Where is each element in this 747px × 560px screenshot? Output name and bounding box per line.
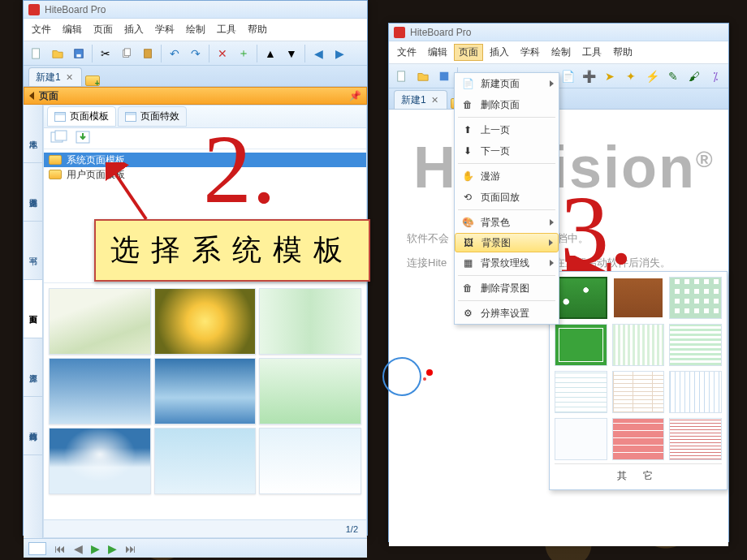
tab-page-templates[interactable]: 页面模板 — [47, 106, 116, 127]
menu-item-bgimage[interactable]: 🖼 背景图 — [455, 233, 559, 252]
bg-option-hlines[interactable] — [669, 324, 722, 366]
menu-draw[interactable]: 绘制 — [181, 21, 210, 38]
close-tab-icon[interactable]: ✕ — [66, 72, 73, 83]
doc-plus-icon[interactable]: ➕ — [581, 68, 597, 84]
apply-template-icon[interactable] — [50, 130, 68, 147]
template-thumb[interactable] — [154, 288, 257, 355]
side-tab-local[interactable]: 本地库 — [24, 105, 42, 163]
menu-page[interactable]: 页面 — [454, 44, 483, 61]
bg-option-soccer[interactable] — [555, 324, 607, 366]
menu-item-prev[interactable]: ⬆ 上一页 — [455, 119, 559, 140]
side-tab-write[interactable]: 书写 — [24, 222, 42, 280]
tab-page-effects[interactable]: 页面特效 — [118, 106, 187, 127]
bg-option-baseball[interactable] — [555, 277, 607, 319]
menu-item-delete-page[interactable]: 🗑 删除页面 — [455, 94, 559, 115]
paste-icon[interactable] — [140, 45, 156, 62]
menu-page[interactable]: 页面 — [89, 21, 118, 38]
page-thumb-icon[interactable] — [28, 542, 46, 555]
highlighter-icon[interactable]: ⁒ — [707, 68, 723, 84]
bg-option-blank[interactable] — [555, 418, 607, 460]
lightning-icon[interactable]: ⚡ — [644, 68, 660, 84]
bg-option-other[interactable]: 其 它 — [555, 463, 722, 485]
menu-item-resolution[interactable]: ⚙ 分辨率设置 — [455, 303, 559, 324]
brush-icon[interactable]: 🖌 — [686, 68, 702, 84]
menu-item-roam[interactable]: ✋ 漫游 — [455, 166, 559, 187]
side-tab-gallery[interactable]: 特效与画廊 — [24, 397, 42, 455]
tree-system-templates[interactable]: 系统页面模板 — [44, 153, 366, 167]
new-doc-icon[interactable] — [28, 45, 45, 62]
menu-subject[interactable]: 学科 — [516, 44, 545, 61]
cursor-icon[interactable]: ➤ — [602, 68, 618, 84]
bg-option-brick[interactable] — [612, 418, 665, 460]
undo-icon[interactable]: ↶ — [166, 45, 183, 62]
bg-option-grid-green[interactable] — [669, 277, 722, 319]
menu-help[interactable]: 帮助 — [608, 44, 637, 61]
pin-icon[interactable]: 📌 — [349, 90, 361, 101]
wand-icon[interactable]: ✦ — [623, 68, 639, 84]
template-thumb[interactable] — [154, 428, 257, 494]
side-tab-page[interactable]: 页面 — [24, 280, 42, 338]
side-tab-resource[interactable]: 资源库 — [24, 338, 42, 397]
page-up-icon[interactable]: ▲ — [262, 45, 279, 62]
prev-icon[interactable]: ◀ — [310, 45, 326, 62]
menu-item-replay[interactable]: ⟲ 页面回放 — [455, 187, 559, 208]
menu-insert[interactable]: 插入 — [485, 44, 514, 61]
template-thumb[interactable] — [259, 358, 361, 424]
bg-option-basketball[interactable] — [612, 277, 665, 319]
open-icon[interactable] — [415, 68, 431, 84]
save-icon[interactable] — [71, 45, 87, 62]
delete-icon[interactable]: ✕ — [214, 45, 231, 62]
menu-item-next[interactable]: ⬇ 下一页 — [455, 140, 559, 162]
doc-icon[interactable]: 📄 — [559, 68, 576, 84]
floating-circle-tool[interactable] — [382, 357, 421, 396]
menu-item-new-page[interactable]: 📄 新建页面 — [455, 73, 559, 94]
menu-edit[interactable]: 编辑 — [423, 44, 452, 61]
document-tab[interactable]: 新建1 ✕ — [394, 90, 447, 109]
menu-tool[interactable]: 工具 — [212, 21, 241, 38]
menu-subject[interactable]: 学科 — [150, 21, 179, 38]
add-icon[interactable]: ＋ — [235, 45, 252, 62]
cut-icon[interactable]: ✂ — [97, 45, 114, 62]
template-thumb[interactable] — [49, 358, 151, 424]
document-tab[interactable]: 新建1 ✕ — [28, 67, 82, 86]
save-icon[interactable] — [436, 68, 452, 84]
menu-draw[interactable]: 绘制 — [546, 44, 576, 61]
template-thumb[interactable] — [154, 358, 257, 424]
menu-help[interactable]: 帮助 — [243, 21, 272, 38]
prev-page-icon[interactable]: ◀ — [74, 542, 83, 555]
side-tab-browser[interactable]: 备课浏览器 — [24, 163, 42, 222]
menu-edit[interactable]: 编辑 — [58, 21, 87, 38]
bg-option-vlines-blue[interactable] — [669, 371, 722, 413]
first-page-icon[interactable]: ⏮ — [54, 542, 66, 555]
template-thumb[interactable] — [259, 428, 361, 494]
template-thumb[interactable] — [259, 288, 361, 355]
next-page-icon[interactable]: ▶ — [108, 542, 117, 555]
redo-icon[interactable]: ↷ — [188, 45, 204, 62]
menu-tool[interactable]: 工具 — [577, 44, 607, 61]
import-template-icon[interactable] — [75, 130, 93, 147]
open-icon[interactable] — [50, 45, 66, 62]
menu-insert[interactable]: 插入 — [119, 21, 149, 38]
template-thumb[interactable] — [49, 428, 151, 494]
menu-item-delete-bg[interactable]: 🗑 删除背景图 — [455, 278, 559, 299]
menu-file[interactable]: 文件 — [27, 21, 56, 38]
bg-option-ruled-blue[interactable] — [555, 371, 607, 413]
bg-option-vlines[interactable] — [612, 324, 665, 366]
tree-user-templates[interactable]: 用户页面模板 — [44, 167, 366, 182]
last-page-icon[interactable]: ⏭ — [125, 542, 136, 555]
play-icon[interactable]: ▶ — [91, 542, 100, 555]
close-tab-icon[interactable]: ✕ — [431, 95, 438, 106]
bg-option-ruled-red[interactable] — [669, 418, 722, 460]
page-down-icon[interactable]: ▼ — [283, 45, 300, 62]
pen-icon[interactable]: ✎ — [665, 68, 681, 84]
bg-option-music-staff[interactable] — [612, 371, 665, 413]
menu-item-bgtexture[interactable]: ▦ 背景纹理线 — [455, 252, 559, 274]
menu-file[interactable]: 文件 — [392, 44, 421, 61]
next-icon[interactable]: ▶ — [331, 45, 348, 62]
menu-item-bgcolor[interactable]: 🎨 背景色 — [455, 212, 559, 233]
new-tab-icon[interactable] — [85, 75, 98, 86]
collapse-icon[interactable] — [29, 92, 34, 100]
template-thumb[interactable] — [49, 288, 151, 355]
copy-icon[interactable] — [119, 45, 135, 62]
new-doc-icon[interactable] — [394, 68, 410, 84]
